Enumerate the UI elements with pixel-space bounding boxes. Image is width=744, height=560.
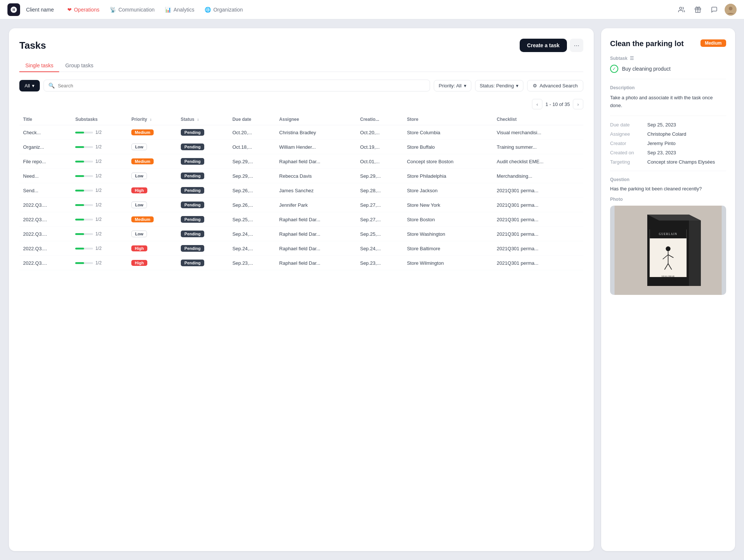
chevron-down-icon: ▾ [32,83,35,88]
svg-text:SHALIMAR: SHALIMAR [661,275,675,277]
svg-point-4 [729,7,732,10]
cell-title: 2022.Q3.... [19,212,71,227]
svg-point-12 [666,246,671,251]
detail-panel: Clean the parking lot Medium Subtask ☰ ✓… [601,28,735,551]
cell-checklist: 2021Q301 perma... [493,256,583,270]
more-options-button[interactable]: ··· [570,39,583,52]
nav-item-analytics[interactable]: 📊 Analytics [160,4,199,15]
cell-store: Store Washington [403,227,493,241]
nav-item-organization[interactable]: 🌐 Organization [200,4,247,15]
svg-marker-7 [689,215,701,286]
cell-checklist: Visual merchandisi... [493,125,583,140]
photo-label: Photo [610,197,726,202]
cell-priority: Medium [128,212,177,227]
col-status[interactable]: Status ↕ [177,114,229,125]
cell-priority: Low [128,169,177,183]
table-row[interactable]: 2022.Q3.... 1/2 High Pending Sep.23,... … [19,256,583,270]
cell-creation: Sep.29,... [356,169,403,183]
cell-priority: High [128,256,177,270]
cell-store: Store Wilmington [403,256,493,270]
people-icon[interactable] [676,4,687,16]
task-photo: GUERLAIN SHALIMAR EAU DE PARFUM [610,206,726,295]
search-box[interactable]: 🔍 [44,80,430,91]
detail-field-value: Jeremy Pinto [647,141,676,146]
tab-group-tasks[interactable]: Group tasks [59,59,99,72]
cell-priority: High [128,241,177,256]
cell-subtasks: 1/2 [71,183,128,198]
question-label: Question [610,177,726,182]
cell-priority: Medium [128,125,177,140]
table-row[interactable]: File repo... 1/2 Medium Pending Sep.29,.… [19,154,583,169]
detail-field-row: Assignee Christophe Colard [610,131,726,137]
cell-status: Pending [177,183,229,198]
nav-item-operations[interactable]: ❤ Operations [63,4,104,15]
col-priority[interactable]: Priority ↕ [128,114,177,125]
table-header-row: Title Substasks Priority ↕ Status ↕ Due … [19,114,583,125]
app-logo[interactable] [7,3,20,16]
advanced-search-button[interactable]: ⚙ Advanced Search [527,80,583,91]
cell-creation: Oct.19,... [356,140,403,154]
cell-due-date: Sep.29,... [229,169,276,183]
cell-assignee: James Sanchez [276,183,356,198]
tab-single-tasks[interactable]: Single tasks [19,59,59,72]
chart-icon: 📊 [165,7,171,13]
divider-1 [610,79,726,79]
navbar: Client name ❤ Operations 📡 Communication… [0,0,744,19]
detail-title: Clean the parking lot [610,39,684,48]
cell-creation: Sep.24,... [356,241,403,256]
nav-item-communication[interactable]: 📡 Communication [105,4,159,15]
search-input[interactable] [58,83,425,88]
cell-status: Pending [177,169,229,183]
cell-due-date: Oct.20,... [229,125,276,140]
next-page-button[interactable]: › [573,99,583,109]
cell-checklist: 2021Q301 perma... [493,198,583,212]
detail-field-value: Sep 23, 2023 [647,150,676,155]
table-row[interactable]: 2022.Q3.... 1/2 High Pending Sep.24,... … [19,241,583,256]
main-wrapper: Tasks Create a task ··· Single tasks Gro… [0,19,744,560]
table-row[interactable]: Send... 1/2 High Pending Sep.26,... Jame… [19,183,583,198]
cell-due-date: Oct.18,... [229,140,276,154]
col-checklist: Checklist [493,114,583,125]
description-section: Description Take a photo and associate i… [610,85,726,110]
cell-subtasks: 1/2 [71,256,128,270]
cell-subtasks: 1/2 [71,125,128,140]
chat-icon[interactable] [708,4,720,16]
detail-field-row: Targeting Concept store Champs Elysées [610,159,726,165]
table-row[interactable]: Need... 1/2 Low Pending Sep.29,... Rebec… [19,169,583,183]
filter-icon: ⚙ [533,83,537,88]
cell-status: Pending [177,198,229,212]
prev-page-button[interactable]: ‹ [532,99,542,109]
cell-due-date: Sep.23,... [229,256,276,270]
chevron-down-icon: ▾ [516,83,519,88]
detail-field-value: Concept store Champs Elysées [647,159,715,165]
table-row[interactable]: 2022.Q3.... 1/2 Low Pending Sep.24,... R… [19,227,583,241]
col-store: Store [403,114,493,125]
priority-filter[interactable]: Priority: All ▾ [434,80,471,91]
status-filter[interactable]: Status: Pending ▾ [475,80,524,91]
cell-subtasks: 1/2 [71,169,128,183]
cell-status: Pending [177,140,229,154]
cell-due-date: Sep.25,... [229,212,276,227]
cell-assignee: Raphael field Dar... [276,241,356,256]
create-task-button[interactable]: Create a task [520,39,567,52]
header-actions: Create a task ··· [520,39,583,52]
cell-store: Store New York [403,198,493,212]
cell-checklist: 2021Q301 perma... [493,227,583,241]
cell-due-date: Sep.26,... [229,198,276,212]
cell-title: 2022.Q3.... [19,227,71,241]
cell-priority: Low [128,140,177,154]
table-row[interactable]: 2022.Q3.... 1/2 Medium Pending Sep.25,..… [19,212,583,227]
subtask-check-icon[interactable]: ✓ [610,65,618,73]
table-row[interactable]: Organiz... 1/2 Low Pending Oct.18,... Wi… [19,140,583,154]
detail-field-row: Created on Sep 23, 2023 [610,150,726,155]
table-row[interactable]: Check... 1/2 Medium Pending Oct.20,... C… [19,125,583,140]
detail-field-row: Creator Jeremy Pinto [610,141,726,146]
table-row[interactable]: 2022.Q3.... 1/2 Low Pending Sep.26,... J… [19,198,583,212]
subtasks-list: ✓ Buy cleaning product [610,65,726,73]
gift-icon[interactable] [692,4,704,16]
pagination-row: ‹ 1 - 10 of 35 › [19,99,583,109]
divider-3 [610,171,726,171]
avatar[interactable] [725,4,737,16]
filter-all-button[interactable]: All ▾ [19,80,40,91]
cell-title: 2022.Q3.... [19,198,71,212]
